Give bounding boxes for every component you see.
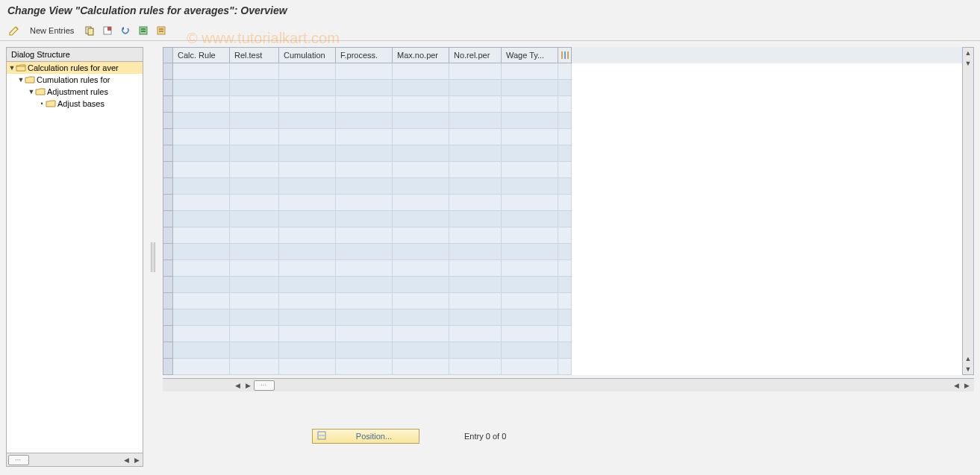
- table-row[interactable]: [173, 63, 962, 80]
- table-cell[interactable]: [502, 244, 558, 260]
- row-selector[interactable]: [163, 178, 173, 195]
- table-cell[interactable]: [336, 113, 393, 129]
- table-cell[interactable]: [279, 96, 336, 113]
- table-cell[interactable]: [279, 80, 336, 96]
- table-cell[interactable]: [449, 211, 502, 227]
- table-cell[interactable]: [279, 260, 336, 277]
- table-cell[interactable]: [279, 162, 336, 178]
- table-cell[interactable]: [173, 260, 230, 277]
- scroll-down-icon[interactable]: ▼: [963, 364, 973, 374]
- table-cell[interactable]: [279, 326, 336, 342]
- table-cell[interactable]: [502, 96, 558, 113]
- chevron-down-icon[interactable]: ▼: [28, 88, 35, 95]
- table-cell[interactable]: [393, 359, 449, 375]
- chevron-down-icon[interactable]: ▼: [17, 76, 25, 84]
- column-rel-test[interactable]: Rel.test: [230, 47, 279, 63]
- table-cell[interactable]: [230, 145, 279, 162]
- select-all-icon[interactable]: [137, 24, 150, 37]
- table-cell[interactable]: [279, 244, 336, 260]
- tree-node-adjust-bases[interactable]: • Adjust bases: [7, 98, 143, 110]
- tree-settings-button[interactable]: ⋯: [8, 455, 29, 465]
- table-cell[interactable]: [336, 326, 393, 342]
- scroll-left-icon[interactable]: ◀: [122, 456, 131, 465]
- table-cell[interactable]: [449, 145, 502, 162]
- deselect-all-icon[interactable]: [155, 24, 168, 37]
- table-row[interactable]: [173, 211, 962, 227]
- tree-node-cumulation-rules[interactable]: ▼ Cumulation rules for: [7, 74, 143, 86]
- row-selector[interactable]: [163, 162, 173, 178]
- table-cell[interactable]: [336, 359, 393, 375]
- scroll-up-icon[interactable]: ▲: [963, 48, 973, 58]
- table-cell[interactable]: [230, 113, 279, 129]
- table-row[interactable]: [173, 227, 962, 244]
- table-row[interactable]: [173, 326, 962, 342]
- table-cell[interactable]: [279, 359, 336, 375]
- table-cell[interactable]: [502, 309, 558, 326]
- table-cell[interactable]: [279, 227, 336, 244]
- table-row[interactable]: [173, 293, 962, 309]
- table-cell[interactable]: [393, 96, 449, 113]
- table-cell[interactable]: [279, 195, 336, 211]
- row-selector[interactable]: [163, 211, 173, 227]
- table-cell[interactable]: [393, 244, 449, 260]
- table-cell[interactable]: [173, 113, 230, 129]
- table-cell[interactable]: [230, 293, 279, 309]
- table-cell[interactable]: [502, 326, 558, 342]
- table-cell[interactable]: [449, 309, 502, 326]
- table-cell[interactable]: [393, 277, 449, 293]
- row-selector[interactable]: [163, 129, 173, 145]
- row-selector[interactable]: [163, 145, 173, 162]
- table-row[interactable]: [173, 96, 962, 113]
- scroll-left-icon[interactable]: ◀: [233, 381, 242, 390]
- table-cell[interactable]: [230, 63, 279, 80]
- table-cell[interactable]: [173, 359, 230, 375]
- table-cell[interactable]: [173, 96, 230, 113]
- table-cell[interactable]: [230, 80, 279, 96]
- table-cell[interactable]: [449, 342, 502, 359]
- table-cell[interactable]: [336, 80, 393, 96]
- table-cell[interactable]: [449, 359, 502, 375]
- table-cell[interactable]: [393, 293, 449, 309]
- table-cell[interactable]: [502, 162, 558, 178]
- table-cell[interactable]: [393, 342, 449, 359]
- table-cell[interactable]: [279, 342, 336, 359]
- table-cell[interactable]: [449, 227, 502, 244]
- table-cell[interactable]: [393, 260, 449, 277]
- table-cell[interactable]: [502, 63, 558, 80]
- scroll-right-icon[interactable]: ▶: [132, 456, 141, 465]
- table-row[interactable]: [173, 244, 962, 260]
- table-cell[interactable]: [336, 244, 393, 260]
- table-cell[interactable]: [336, 178, 393, 195]
- column-no-rel-per[interactable]: No.rel.per: [449, 47, 502, 63]
- scroll-right-icon[interactable]: ▶: [962, 381, 971, 390]
- edit-icon[interactable]: [7, 24, 21, 37]
- table-cell[interactable]: [230, 129, 279, 145]
- table-cell[interactable]: [173, 293, 230, 309]
- table-cell[interactable]: [230, 326, 279, 342]
- table-cell[interactable]: [449, 178, 502, 195]
- table-cell[interactable]: [502, 342, 558, 359]
- table-cell[interactable]: [502, 145, 558, 162]
- new-entries-button[interactable]: New Entries: [25, 25, 78, 37]
- table-cell[interactable]: [230, 227, 279, 244]
- row-selector[interactable]: [163, 63, 173, 80]
- table-cell[interactable]: [173, 244, 230, 260]
- table-cell[interactable]: [502, 359, 558, 375]
- table-cell[interactable]: [230, 342, 279, 359]
- column-f-process[interactable]: F.process.: [336, 47, 393, 63]
- table-cell[interactable]: [393, 162, 449, 178]
- row-selector[interactable]: [163, 342, 173, 359]
- table-row[interactable]: [173, 80, 962, 96]
- copy-icon[interactable]: [83, 24, 96, 37]
- table-cell[interactable]: [449, 293, 502, 309]
- table-cell[interactable]: [230, 178, 279, 195]
- table-cell[interactable]: [449, 113, 502, 129]
- table-row[interactable]: [173, 162, 962, 178]
- table-cell[interactable]: [502, 80, 558, 96]
- table-cell[interactable]: [393, 195, 449, 211]
- table-cell[interactable]: [230, 195, 279, 211]
- table-cell[interactable]: [336, 145, 393, 162]
- table-cell[interactable]: [173, 145, 230, 162]
- tree-node-calculation-rules[interactable]: ▼ Calculation rules for aver: [7, 62, 143, 74]
- row-selector[interactable]: [163, 260, 173, 277]
